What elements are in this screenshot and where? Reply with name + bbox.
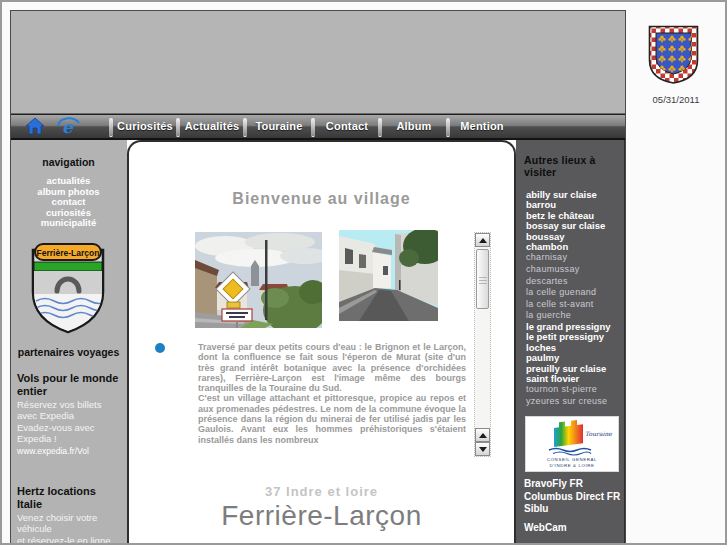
coat-of-arms — [647, 24, 700, 90]
link-siblu[interactable]: Siblu — [524, 503, 620, 516]
places-list: abilly sur claisebarroubetz le châteaubo… — [526, 190, 624, 408]
department-label: 37 Indre et loire — [129, 484, 514, 499]
place-link[interactable]: la celle st-avant — [526, 299, 624, 311]
place-link[interactable]: descartes — [526, 276, 624, 288]
sidebar-link-contact[interactable]: contact — [10, 197, 127, 208]
intro-text: Traversé par deux petits cours d'eau : l… — [198, 342, 466, 460]
link-columbus[interactable]: Columbus Direct FR — [524, 491, 620, 504]
place-link[interactable]: chaumussay — [526, 264, 624, 276]
home-icon — [25, 121, 45, 138]
place-link[interactable]: chambon — [526, 242, 624, 252]
conseil-general-logo[interactable]: Touraine CONSEIL GENERAL D'INDRE & LOIRE — [525, 416, 619, 472]
ad-expedia-title[interactable]: Vols pour le monde entier — [17, 372, 123, 398]
ad-hertz-title[interactable]: Hertz locations Italie — [17, 485, 123, 511]
ad-hertz-line1: Venez choisir votre véhicule — [17, 513, 123, 534]
scroll-up-button[interactable] — [475, 233, 490, 247]
crest-label: Ferrière-Larçon — [37, 248, 100, 258]
ad-expedia: Vols pour le monde entier Réservez vos b… — [17, 372, 123, 456]
village-title: Ferrière-Larçon — [129, 500, 514, 532]
partner-links: BravoFly FR Columbus Direct FR Siblu — [524, 478, 620, 516]
navigation-heading: navigation — [10, 156, 127, 168]
place-link[interactable]: la celle guenand — [526, 287, 624, 299]
home-button[interactable] — [25, 117, 51, 137]
scroll-up-button-bottom[interactable] — [475, 428, 490, 442]
nav-tab-contact[interactable]: Contact — [315, 120, 379, 132]
logo-caption-1: CONSEIL GENERAL — [547, 457, 597, 462]
nav-tab-touraine[interactable]: Touraine — [247, 120, 311, 132]
logo-script-label: Touraine — [585, 430, 612, 437]
place-link[interactable]: tournon st-pierre — [526, 384, 624, 396]
main-navbar: e Curiosités Actualités Touraine Contact… — [10, 114, 626, 140]
intro-paragraph-1: Traversé par deux petits cours d'eau : l… — [198, 342, 466, 393]
place-link[interactable]: yzeures sur creuse — [526, 396, 624, 408]
browser-button[interactable]: e — [57, 117, 83, 137]
thumb-grip-icon — [479, 275, 487, 284]
screenshot-root: e Curiosités Actualités Touraine Contact… — [0, 0, 727, 545]
village-crest: Ferrière-Larçon — [24, 240, 112, 340]
bullet-icon — [155, 343, 165, 353]
places-heading: Autres lieux à visiter — [524, 154, 624, 178]
browser-e-icon: e — [57, 123, 81, 140]
place-link[interactable]: saint flovier — [526, 374, 624, 384]
intro-paragraph-2: C'est un village attachant et pittoresqu… — [198, 393, 466, 444]
photo-village-street — [339, 230, 438, 321]
page-title: Bienvenue au village — [129, 190, 514, 208]
link-bravofly[interactable]: BravoFly FR — [524, 478, 620, 491]
ad-expedia-line2: Evadez-vous avec Expedia ! — [17, 423, 123, 444]
sidebar-link-actualites[interactable]: actualités — [10, 176, 127, 187]
left-sidebar: navigation actualités album photos conta… — [10, 140, 127, 545]
sidebar-link-municipalite[interactable]: municipalité — [10, 218, 127, 229]
arrow-up-icon — [479, 238, 487, 243]
content-scrollbar[interactable] — [474, 232, 491, 457]
arrow-down-icon — [479, 447, 487, 452]
arrow-up-icon — [479, 433, 487, 438]
main-content: Bienvenue au village — [127, 140, 516, 545]
nav-tab-mention[interactable]: Mention — [450, 120, 514, 132]
place-link[interactable]: charnisay — [526, 252, 624, 264]
partners-heading: partenaires voyages — [10, 346, 127, 358]
ad-hertz-line2: et réservez-le en ligne — [17, 536, 123, 545]
ad-hertz: Hertz locations Italie Venez choisir vot… — [17, 485, 123, 545]
photo-village-entrance — [195, 232, 322, 328]
ad-expedia-line1: Réservez vos billets avec Expedia — [17, 400, 123, 421]
scrollbar-thumb[interactable] — [476, 249, 489, 309]
site-header-banner — [10, 10, 626, 114]
ad-expedia-url[interactable]: www.expedia.fr/Vol — [17, 446, 123, 456]
town-name-sign — [222, 309, 252, 321]
nav-tab-album[interactable]: Album — [382, 120, 446, 132]
scroll-down-button[interactable] — [475, 442, 490, 456]
date-label: 05/31/2011 — [626, 94, 726, 105]
right-sidebar: Autres lieux à visiter abilly sur claise… — [516, 140, 626, 545]
link-webcam[interactable]: WebCam — [524, 522, 567, 535]
nav-tab-actualites[interactable]: Actualités — [180, 120, 244, 132]
logo-caption-2: D'INDRE & LOIRE — [549, 463, 594, 468]
nav-tab-curiosites[interactable]: Curiosités — [113, 120, 177, 132]
navigation-links: actualités album photos contact curiosit… — [10, 176, 127, 229]
